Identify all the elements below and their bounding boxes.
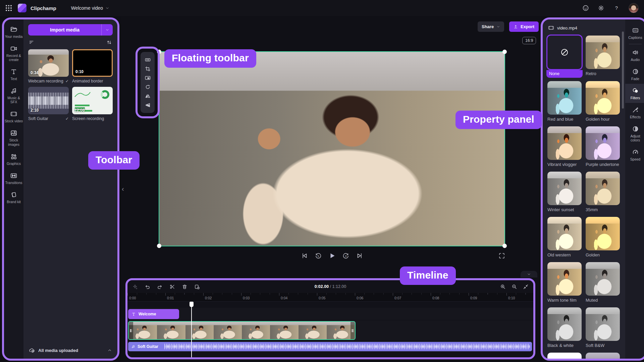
filter-option[interactable]: Retro	[586, 36, 620, 76]
resize-handle-top-right[interactable]	[502, 50, 507, 54]
resize-handle-bottom-right[interactable]	[502, 244, 507, 248]
filter-option[interactable]: Black & white	[547, 307, 582, 348]
filter-label: Old western	[547, 252, 582, 257]
sidebar-item-text[interactable]: Text	[4, 65, 23, 84]
filter-option[interactable]: Vibrant vlogger	[547, 126, 582, 167]
skip-to-end-icon[interactable]	[356, 252, 363, 259]
resize-handle-bottom-left[interactable]	[157, 244, 161, 248]
sidebar-item-graphics[interactable]: Graphics	[4, 150, 23, 169]
filter-option[interactable]: Golden hour	[586, 81, 620, 122]
fullscreen-icon[interactable]	[498, 252, 505, 259]
export-button[interactable]: Export	[509, 21, 539, 32]
project-name-menu[interactable]: Welcome video	[71, 5, 109, 11]
app-launcher-icon[interactable]	[6, 5, 12, 11]
share-button[interactable]: Share	[478, 21, 504, 32]
import-media-button[interactable]: Import media	[28, 24, 113, 36]
redo-icon[interactable]	[157, 284, 163, 290]
collapse-timeline-tab[interactable]	[521, 271, 537, 278]
rotate-icon[interactable]	[145, 84, 151, 90]
filter-option[interactable]: Warm tone film	[547, 262, 582, 303]
music-note-icon	[10, 87, 17, 95]
filter-label: Purple undertone	[586, 162, 620, 167]
delete-trash-icon[interactable]	[182, 284, 187, 290]
sidebar-item-stock-video[interactable]: Stock video	[4, 107, 23, 126]
filter-option[interactable]	[586, 353, 620, 359]
zoom-in-icon[interactable]	[500, 284, 506, 290]
sidebar-item-music-sfx[interactable]: Music & SFX	[4, 84, 23, 107]
tab-adjust-colors[interactable]: Adjust colors	[625, 122, 644, 145]
forward-5s-icon[interactable]: 5	[342, 252, 350, 259]
picture-in-picture-icon[interactable]	[145, 75, 151, 81]
playhead[interactable]	[191, 302, 192, 357]
timeline-ruler[interactable]: 0:000:010:020:030:040:050:060:070:080:09…	[127, 293, 533, 302]
ruler-tick: 0:08	[431, 293, 469, 301]
zoom-to-fit-icon[interactable]	[523, 284, 529, 290]
timeline-audio-clip[interactable]: Soft Guitar	[128, 342, 532, 351]
skip-to-start-icon[interactable]	[301, 252, 308, 259]
timeline-toolbar: 0:02.00 / 1:12.00	[127, 280, 533, 293]
sidebar-item-transitions[interactable]: Transitions	[4, 169, 23, 188]
filter-option[interactable]: 35mm	[586, 172, 620, 212]
sidebar-item-record-create[interactable]: Record & create	[4, 42, 23, 65]
filter-option[interactable]: Purple undertone	[586, 126, 620, 167]
resize-handle-top-left[interactable]	[157, 50, 161, 54]
top-app-bar: Clipchamp Welcome video ?	[0, 0, 644, 16]
tab-captions[interactable]: CC Captions	[625, 23, 644, 43]
play-button-icon[interactable]	[328, 252, 336, 259]
tab-fade[interactable]: Fade	[625, 65, 644, 84]
flip-horizontal-icon[interactable]	[145, 93, 151, 99]
user-avatar[interactable]	[629, 3, 639, 13]
import-media-dropdown[interactable]	[101, 24, 113, 36]
filter-icon[interactable]	[29, 40, 35, 45]
sidebar-item-brand-kit[interactable]: Brand kit	[4, 188, 23, 207]
help-icon[interactable]: ?	[613, 5, 620, 11]
flip-vertical-icon[interactable]	[145, 102, 151, 108]
filter-option[interactable]	[547, 353, 582, 359]
duplicate-add-icon[interactable]	[194, 284, 200, 290]
playback-controls: 5 5	[159, 252, 505, 259]
rewind-5s-icon[interactable]: 5	[315, 252, 322, 259]
tab-speed[interactable]: Speed	[625, 145, 644, 164]
media-item-soft-guitar[interactable]: 2:10 Soft Guitar ✓	[28, 87, 69, 121]
filter-option[interactable]: Old western	[547, 217, 582, 257]
scrollbar-thumb[interactable]	[622, 32, 624, 109]
split-scissors-icon[interactable]	[169, 284, 175, 290]
trim-handle-right[interactable]	[351, 322, 355, 339]
zoom-out-icon[interactable]	[512, 284, 517, 290]
media-item-screen-recording[interactable]: 12:06 Screen recording	[72, 87, 113, 121]
check-icon: ✓	[65, 79, 69, 83]
upload-status[interactable]: All media uploaded	[23, 347, 117, 359]
video-preview-canvas[interactable]	[159, 51, 505, 246]
filter-option[interactable]: Muted	[586, 262, 620, 303]
tab-effects[interactable]: Effects	[625, 103, 644, 122]
sort-icon[interactable]	[106, 40, 112, 45]
crop-icon[interactable]	[145, 66, 151, 72]
filter-option[interactable]: Soft B&W	[586, 307, 620, 348]
chart-line	[74, 89, 98, 100]
media-item-webcam-recording[interactable]: 0:34 Webcam recording ✓	[28, 49, 69, 83]
filter-label: Winter sunset	[547, 207, 582, 212]
annotation-property-panel: Property panel	[455, 111, 542, 129]
tab-audio[interactable]: Audio	[625, 46, 644, 65]
brand-kit-icon	[10, 191, 17, 198]
undo-icon[interactable]	[145, 284, 150, 290]
film-icon	[10, 110, 17, 118]
settings-gear-icon[interactable]	[598, 5, 604, 11]
sidebar-item-your-media[interactable]: Your media	[4, 23, 23, 42]
timeline-video-clip[interactable]	[128, 321, 356, 340]
filter-label: Soft B&W	[586, 343, 620, 348]
tab-filters[interactable]: Filters	[625, 84, 644, 103]
fit-to-frame-icon[interactable]	[145, 57, 151, 63]
chevron-up-icon[interactable]	[107, 348, 112, 353]
timeline-text-clip[interactable]: Welcome	[128, 309, 179, 319]
sidebar-item-stock-images[interactable]: Stock images	[4, 126, 23, 149]
media-item-animated-border[interactable]: 0:10 Animated border	[72, 49, 113, 83]
filter-option[interactable]: None	[547, 36, 582, 76]
suggestions-sparkle-icon[interactable]	[132, 284, 138, 290]
feedback-smiley-icon[interactable]	[582, 5, 589, 11]
filter-option[interactable]: Red and blue	[547, 81, 582, 122]
filter-option[interactable]: Golden	[586, 217, 620, 257]
trim-handle-left[interactable]	[129, 322, 133, 339]
collapse-panel-chevron-left[interactable]: ‹	[122, 185, 124, 193]
filter-option[interactable]: Winter sunset	[547, 172, 582, 212]
